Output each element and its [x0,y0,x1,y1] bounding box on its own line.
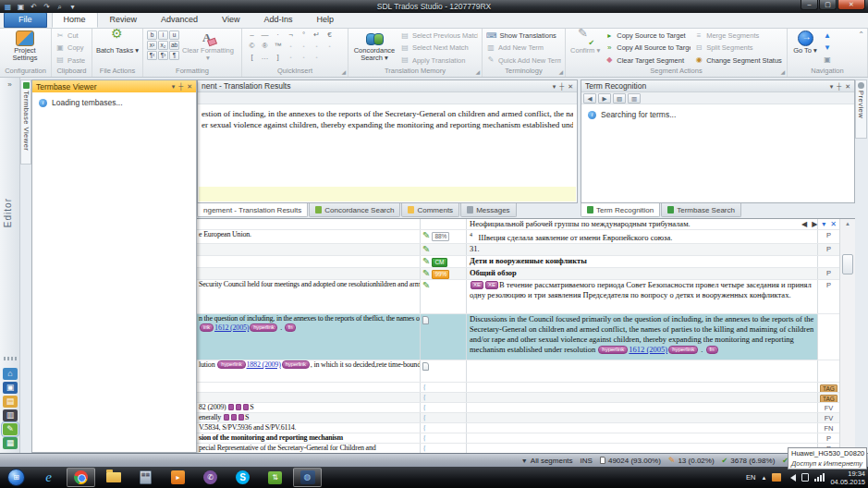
previous-segment-button[interactable]: ▲ [823,30,832,42]
start-button[interactable]: ⊞ [2,468,31,487]
file-explorer-icon[interactable] [99,468,128,487]
target-cell[interactable]: XEXEВ течение рассматриваемого периода С… [467,280,818,313]
tab-comments[interactable]: Comments [401,203,459,217]
quickinsert-icon[interactable]: © [246,42,258,52]
segment-row[interactable]: lution hyperlink1882 (2009)hyperlink, in… [197,360,839,383]
term-view-icon[interactable]: ▥ [628,93,641,104]
copy-source-to-target-button[interactable]: ▸Copy Source to Target [605,30,691,42]
previous-term-icon[interactable]: ◀ [583,93,596,104]
tab-messages[interactable]: Messages [460,203,516,217]
editor-menu-icon[interactable]: ▾ [822,220,825,228]
ribbon-tab-addins[interactable]: Add-Ins [251,12,304,28]
ribbon-tab-help[interactable]: Help [304,12,346,28]
clock[interactable]: 19:34 04.05.2015 [830,470,865,486]
source-cell[interactable]: sion of the monitoring and reporting mec… [197,433,421,443]
nav-home-icon[interactable]: ⌂ [3,368,18,380]
quickinsert-icon[interactable]: • [298,53,310,63]
tag-square[interactable] [228,404,234,410]
termbase-viewer-header[interactable]: Termbase Viewer ▾┼✕ [32,80,196,92]
tag-square[interactable] [231,414,237,421]
tag-chip[interactable]: fn [285,323,297,332]
source-cell[interactable]: e European Union. [197,230,421,243]
quickinsert-icon[interactable]: x₂ [158,41,168,50]
status-ins[interactable]: INS [581,457,593,465]
tab-translation-results[interactable]: ngement - Translation Results [197,203,308,217]
tag-chip[interactable]: hyperlink [250,323,277,332]
source-cell[interactable]: 82 (2009) S [197,403,421,412]
add-new-term-button[interactable]: ▥Add New Term [486,43,561,54]
xe-tag-chip[interactable]: XE [485,281,498,289]
clear-target-segment-button[interactable]: ◆Clear Target Segment [605,55,691,66]
cut-button[interactable]: ✂Cut [55,30,85,42]
hidden-icons-arrow-icon[interactable]: ▲ [762,475,767,481]
quickinsert-icon[interactable]: • [311,42,323,52]
confirm-button[interactable]: Confirm ▾ [568,30,603,67]
quickinsert-icon[interactable]: … [259,53,271,63]
show-translations-button[interactable]: ⌨Show Translations [486,30,561,42]
target-cell[interactable] [467,403,818,412]
source-cell[interactable]: lution hyperlink1882 (2009)hyperlink, in… [197,360,421,382]
tab-term-recognition[interactable]: Term Recognition [581,203,660,217]
sync-app-icon[interactable]: ⇅ [261,468,289,487]
segment-status-cell[interactable]: ✎88% [421,230,467,243]
paste-button[interactable]: ▤Paste [55,55,85,66]
source-cell[interactable] [197,393,421,402]
source-cell[interactable] [197,219,421,229]
target-cell[interactable]: Дети и вооруженные конфликты [467,256,818,267]
segment-row[interactable]: ✎CMДети и вооруженные конфликты [197,256,839,268]
quickinsert-icon[interactable]: u [169,30,179,40]
vertical-scrollbar[interactable]: ▲ ▼ [839,219,855,454]
ribbon-tab-review[interactable]: Review [98,12,150,28]
segment-row[interactable]: ✎31.P [197,244,839,256]
tag-square[interactable] [224,414,229,421]
target-cell[interactable] [467,433,818,443]
tag-chip[interactable]: hyperlink [217,360,245,369]
quickinsert-icon[interactable]: — [259,30,271,41]
media-player-icon[interactable]: ▸ [164,468,192,487]
quickinsert-icon[interactable]: · [272,30,284,41]
segment-row[interactable]: n the question of including, in the anne… [197,314,839,360]
source-cell[interactable] [197,244,421,255]
target-cell[interactable] [467,393,818,402]
batch-tasks-button[interactable]: Batch Tasks ▾ [94,30,141,67]
target-cell[interactable]: 31. [467,244,818,255]
nav-translation-memories-icon[interactable]: ▦ [3,437,18,449]
status-3678-6-98-[interactable]: ✔3678 (6.98%) [722,457,776,465]
quickinsert-icon[interactable]: [ [246,53,258,63]
segment-status-cell[interactable] [421,314,467,360]
copy-all-source-to-target-button[interactable]: »Copy All Source to Target [605,43,691,54]
segment-row[interactable]: {TAG [197,393,839,403]
internet-explorer-icon[interactable]: e [34,468,63,487]
undo-icon[interactable]: ↶ [29,2,39,12]
language-indicator[interactable]: EN [746,473,755,482]
clear-formatting-button[interactable]: Clear Formatting ▾ [181,30,235,67]
source-cell[interactable] [197,256,421,267]
segment-status-cell[interactable]: { [421,383,467,392]
quick-add-new-term-button[interactable]: ✎Quick Add New Term [486,55,561,66]
panel-pin-icon[interactable]: ┼ [837,81,841,92]
skype-icon[interactable]: S [228,468,257,487]
select-previous-match-button[interactable]: ▤Select Previous Match [400,30,478,42]
quickinsert-icon[interactable]: ¶› [158,51,168,60]
target-cell[interactable]: Общий обзор [467,268,818,279]
search-icon[interactable]: ⌕ [55,2,65,12]
term-settings-icon[interactable]: ▧ [613,93,626,104]
dialog-launcher-icon[interactable]: ◢ [475,68,480,76]
tag-chip[interactable]: hyperlink [598,346,628,354]
segment-status-cell[interactable]: { [421,433,467,443]
target-cell[interactable] [467,383,818,392]
quickinsert-icon[interactable]: ab [169,41,179,50]
splitter-grip[interactable] [4,357,17,360]
apply-translation-button[interactable]: ▤Apply Translation [400,55,478,66]
ribbon-tab-view[interactable]: View [210,12,251,28]
segment-row[interactable]: sion of the monitoring and reporting mec… [197,433,839,444]
nav-editor-icon[interactable]: ✎ [3,423,18,435]
scroll-up-icon[interactable]: ▲ [840,219,855,228]
chrome-icon[interactable] [67,468,95,487]
quickinsert-icon[interactable]: • [324,42,336,52]
quickinsert-icon[interactable]: ↵ [311,30,323,41]
segment-status-cell[interactable]: ✎99% [421,268,467,279]
tray-app-icon[interactable] [772,473,781,482]
segment-row[interactable]: {TAG [197,383,839,393]
source-cell[interactable]: n the question of including, in the anne… [197,314,421,360]
